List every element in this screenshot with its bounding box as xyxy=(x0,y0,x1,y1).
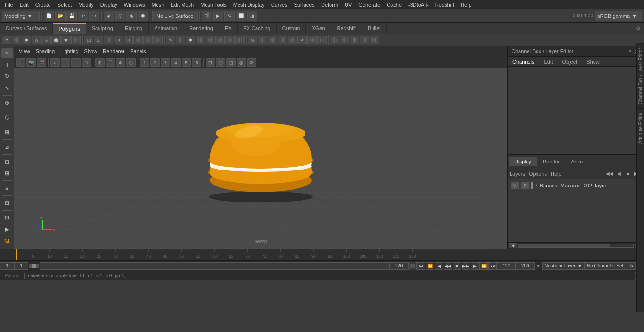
paint-btn[interactable]: ◉ xyxy=(126,11,137,21)
tool-btn-34[interactable]: ⬡ xyxy=(340,36,349,44)
viewport-menu-show[interactable]: Show xyxy=(83,48,99,55)
select-tool-btn[interactable]: ↖ xyxy=(1,48,13,58)
current-frame[interactable] xyxy=(14,262,28,270)
vp-display-4[interactable]: 4 xyxy=(171,58,181,67)
menu-cache[interactable]: Cache xyxy=(384,1,405,8)
viewport-menu-renderer[interactable]: Renderer xyxy=(101,48,126,55)
char-set-options-btn[interactable]: ⚙ xyxy=(627,262,636,270)
vp-tool-2[interactable]: 📷 xyxy=(26,58,36,67)
tab-polygons[interactable]: Polygons xyxy=(53,23,86,34)
tab-animation[interactable]: Animation xyxy=(149,23,183,34)
tool-btn-26[interactable]: ⬡ xyxy=(258,36,267,44)
frame-range-thumb[interactable] xyxy=(29,264,39,268)
tool-btn-8[interactable]: ⬡ xyxy=(71,36,81,44)
tool-btn-1[interactable]: ☀ xyxy=(2,36,11,44)
viewport-menu-lighting[interactable]: Lighting xyxy=(58,48,81,55)
vp-snap-curve[interactable]: ⌒ xyxy=(106,58,115,67)
color-space-dropdown[interactable]: sRGB gamma ▼ xyxy=(595,11,642,21)
vp-ao[interactable]: ◎ xyxy=(237,58,246,67)
tool-btn-16[interactable]: ⬡ xyxy=(153,36,163,44)
outliner-btn[interactable]: ≡ xyxy=(1,183,13,193)
vp-select-obj[interactable]: ○ xyxy=(50,58,60,67)
tool-btn-12[interactable]: ⊞ xyxy=(114,36,123,44)
vp-xray[interactable]: ⊡ xyxy=(206,58,215,67)
tool-btn-10[interactable]: ◫ xyxy=(94,36,103,44)
tab-fx-caching[interactable]: FX Caching xyxy=(238,23,276,34)
tool-btn-11[interactable]: ⬡ xyxy=(104,36,113,44)
disp-tab-anim[interactable]: Anim xyxy=(565,157,588,166)
vp-tool-1[interactable]: 🎥 xyxy=(16,58,25,67)
tool-btn-22[interactable]: ⬡ xyxy=(215,36,225,44)
tab-settings-btn[interactable]: ⚙ xyxy=(632,23,644,34)
menu-help[interactable]: Help xyxy=(458,1,474,8)
menu-surfaces[interactable]: Surfaces xyxy=(291,1,317,8)
menu-file[interactable]: File xyxy=(2,1,16,8)
loop-btn[interactable]: ⬣ xyxy=(138,11,148,21)
vp-tool-3[interactable]: 🎬 xyxy=(37,58,46,67)
menu-uv[interactable]: UV xyxy=(342,1,355,8)
tab-rigging[interactable]: Rigging xyxy=(119,23,149,34)
tool-btn-23[interactable]: ⬡ xyxy=(225,36,235,44)
tool-btn-17[interactable]: ✎ xyxy=(166,36,175,44)
vp-display-6[interactable]: 6 xyxy=(192,58,201,67)
tool-btn-37[interactable]: ⬡ xyxy=(370,36,379,44)
layer-prev2-btn[interactable]: ◀ xyxy=(615,170,623,178)
playback-options-btn[interactable]: ▼ xyxy=(535,262,542,270)
tool-btn-15[interactable]: ⬡ xyxy=(143,36,153,44)
tool-btn-3[interactable]: ⬢ xyxy=(22,36,31,44)
layer-playback-btn[interactable]: P xyxy=(521,182,529,189)
step-back-btn[interactable]: ⏪ xyxy=(426,262,434,270)
next-frame-btn[interactable]: ▶ xyxy=(471,262,479,270)
universal-manip-btn[interactable]: ⊕ xyxy=(1,97,13,108)
tool-btn-31[interactable]: ⬡ xyxy=(307,36,317,44)
disp-tab-display[interactable]: Display xyxy=(509,157,537,166)
open-file-btn[interactable]: 📂 xyxy=(55,11,66,21)
render-settings-btn[interactable]: ⚙ xyxy=(224,11,235,21)
layer-visibility-btn[interactable]: V xyxy=(511,182,519,189)
viewport-menu-panels[interactable]: Panels xyxy=(128,48,148,55)
tool-btn-20[interactable]: ⬡ xyxy=(196,36,205,44)
play-back-btn[interactable]: ◀◀ xyxy=(444,262,452,270)
tool-btn-21[interactable]: ⬡ xyxy=(206,36,215,44)
prev-frame-btn[interactable]: ◀ xyxy=(435,262,443,270)
tab-curves-surfaces[interactable]: Curves / Surfaces xyxy=(0,23,53,34)
tool-btn-30[interactable]: ↺ xyxy=(297,36,307,44)
lasso-btn[interactable]: ⬡ xyxy=(115,11,125,21)
viewport-menu-view[interactable]: View xyxy=(17,48,32,55)
frame-range-indicator[interactable] xyxy=(408,262,417,270)
menu-mesh-display[interactable]: Mesh Display xyxy=(231,1,267,8)
vp-select-vtx[interactable]: · xyxy=(61,58,70,67)
tool-btn-32[interactable]: ⬡ xyxy=(317,36,327,44)
menu-curves[interactable]: Curves xyxy=(268,1,290,8)
tool-btn-2[interactable]: ⬡ xyxy=(12,36,21,44)
menu-select[interactable]: Select xyxy=(55,1,75,8)
tool-btn-29[interactable]: ⬡ xyxy=(288,36,297,44)
layers-menu[interactable]: Layers xyxy=(510,171,525,177)
vp-snap-grid[interactable]: ⊞ xyxy=(95,58,105,67)
layer-scroll-left[interactable]: ◀ xyxy=(509,243,517,248)
tool-btn-28[interactable]: ⬡ xyxy=(278,36,287,44)
tool-btn-19[interactable]: ⬢ xyxy=(186,36,195,44)
layer-scroll-track[interactable] xyxy=(518,244,634,248)
select-btn[interactable]: ◈ xyxy=(104,11,114,21)
tab-fx[interactable]: FX xyxy=(219,23,238,34)
maya-logo-btn[interactable]: M xyxy=(1,235,13,247)
history-btn[interactable]: ⊡ xyxy=(1,156,13,167)
layer-prev-btn[interactable]: ◀◀ xyxy=(605,170,614,178)
menu-mesh[interactable]: Mesh xyxy=(149,1,167,8)
display2-btn[interactable]: ◑ xyxy=(247,11,257,21)
channel-tab-edit[interactable]: Edit xyxy=(539,58,557,65)
tool-btn-14[interactable]: ⬡ xyxy=(133,36,143,44)
tab-sculpting[interactable]: Sculpting xyxy=(86,23,119,34)
redo-btn[interactable]: ↪ xyxy=(89,11,99,21)
modeling-dropdown[interactable]: Modeling ▼ xyxy=(2,11,40,21)
undo-btn[interactable]: ↩ xyxy=(78,11,88,21)
help-menu[interactable]: Help xyxy=(551,171,561,177)
layer-row-1[interactable]: V P / Banana_Macaron_002_layer xyxy=(509,180,643,191)
menu-generate[interactable]: Generate xyxy=(355,1,383,8)
playback-end-field[interactable] xyxy=(497,262,516,270)
ipr-btn[interactable]: ▶ xyxy=(213,11,223,21)
new-file-btn[interactable]: 📄 xyxy=(44,11,54,21)
timeline[interactable]: 1 5 10 15 20 25 30 35 40 45 50 55 60 65 … xyxy=(0,249,644,260)
timeline-range-bar[interactable] xyxy=(40,262,389,270)
